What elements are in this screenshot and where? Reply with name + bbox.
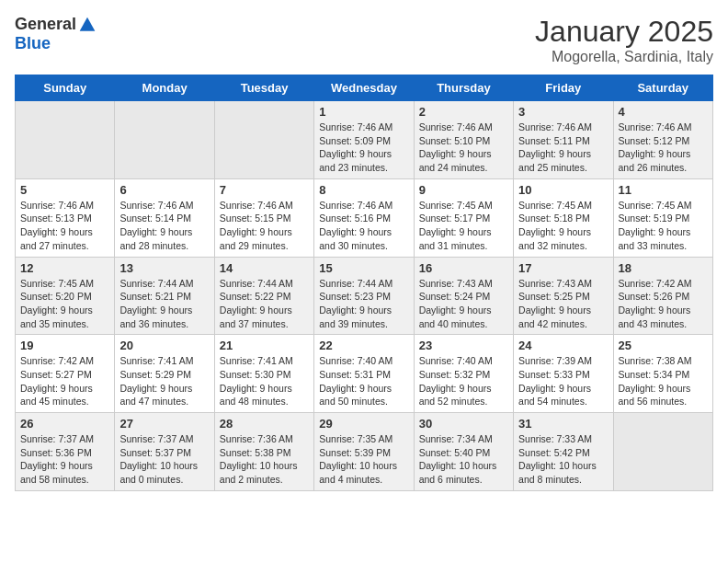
calendar-cell: 28Sunrise: 7:36 AMSunset: 5:38 PMDayligh…: [214, 413, 313, 491]
calendar-cell: 12Sunrise: 7:45 AMSunset: 5:20 PMDayligh…: [16, 257, 115, 335]
calendar-cell: 8Sunrise: 7:46 AMSunset: 5:16 PMDaylight…: [314, 178, 414, 257]
calendar-week-row: 1Sunrise: 7:46 AMSunset: 5:09 PMDaylight…: [16, 101, 713, 179]
calendar-cell: 27Sunrise: 7:37 AMSunset: 5:37 PMDayligh…: [115, 413, 214, 491]
calendar-cell: 26Sunrise: 7:37 AMSunset: 5:36 PMDayligh…: [16, 413, 115, 491]
day-info: Sunrise: 7:35 AMSunset: 5:39 PMDaylight:…: [319, 432, 408, 487]
calendar-cell: 24Sunrise: 7:39 AMSunset: 5:33 PMDayligh…: [514, 335, 613, 413]
calendar-cell: 2Sunrise: 7:46 AMSunset: 5:10 PMDaylight…: [414, 101, 513, 179]
header-monday: Monday: [115, 75, 214, 101]
day-number: 17: [518, 261, 608, 275]
day-info: Sunrise: 7:46 AMSunset: 5:15 PMDaylight:…: [220, 199, 309, 253]
calendar-cell: [115, 101, 214, 179]
day-info: Sunrise: 7:46 AMSunset: 5:09 PMDaylight:…: [319, 121, 408, 175]
day-info: Sunrise: 7:45 AMSunset: 5:20 PMDaylight:…: [20, 277, 109, 331]
title-section: January 2025 Mogorella, Sardinia, Italy: [535, 15, 713, 65]
day-number: 5: [20, 183, 109, 197]
calendar-cell: 20Sunrise: 7:41 AMSunset: 5:29 PMDayligh…: [115, 335, 214, 413]
day-info: Sunrise: 7:40 AMSunset: 5:32 PMDaylight:…: [419, 354, 508, 408]
day-info: Sunrise: 7:36 AMSunset: 5:38 PMDaylight:…: [220, 432, 309, 487]
day-info: Sunrise: 7:41 AMSunset: 5:29 PMDaylight:…: [119, 354, 209, 408]
day-number: 21: [220, 339, 309, 352]
day-number: 9: [419, 183, 508, 197]
calendar-week-row: 19Sunrise: 7:42 AMSunset: 5:27 PMDayligh…: [16, 335, 713, 413]
day-number: 18: [619, 261, 708, 275]
day-number: 10: [518, 183, 608, 197]
day-info: Sunrise: 7:33 AMSunset: 5:42 PMDaylight:…: [518, 432, 608, 487]
header-sunday: Sunday: [16, 75, 115, 101]
day-info: Sunrise: 7:38 AMSunset: 5:34 PMDaylight:…: [619, 354, 708, 408]
calendar-cell: 1Sunrise: 7:46 AMSunset: 5:09 PMDaylight…: [314, 101, 414, 179]
header-saturday: Saturday: [613, 75, 712, 101]
calendar-cell: 22Sunrise: 7:40 AMSunset: 5:31 PMDayligh…: [314, 335, 414, 413]
day-info: Sunrise: 7:43 AMSunset: 5:24 PMDaylight:…: [419, 277, 508, 331]
calendar-cell: 3Sunrise: 7:46 AMSunset: 5:11 PMDaylight…: [514, 101, 613, 179]
day-number: 26: [20, 417, 109, 431]
day-number: 4: [619, 105, 708, 119]
day-info: Sunrise: 7:43 AMSunset: 5:25 PMDaylight:…: [518, 277, 608, 331]
day-info: Sunrise: 7:41 AMSunset: 5:30 PMDaylight:…: [220, 354, 309, 408]
calendar-cell: 30Sunrise: 7:34 AMSunset: 5:40 PMDayligh…: [414, 413, 513, 491]
header-wednesday: Wednesday: [314, 75, 414, 101]
day-number: 28: [220, 417, 309, 431]
calendar-cell: 9Sunrise: 7:45 AMSunset: 5:17 PMDaylight…: [414, 178, 513, 257]
day-number: 22: [319, 339, 408, 352]
logo: General Blue: [15, 15, 97, 53]
day-info: Sunrise: 7:44 AMSunset: 5:22 PMDaylight:…: [220, 277, 309, 331]
calendar-week-row: 26Sunrise: 7:37 AMSunset: 5:36 PMDayligh…: [16, 413, 713, 491]
calendar-cell: 4Sunrise: 7:46 AMSunset: 5:12 PMDaylight…: [613, 101, 712, 179]
day-info: Sunrise: 7:45 AMSunset: 5:18 PMDaylight:…: [518, 199, 608, 253]
logo-blue-text: Blue: [15, 34, 51, 53]
day-number: 25: [619, 339, 708, 352]
calendar-cell: [613, 413, 712, 491]
day-number: 11: [619, 183, 708, 197]
day-info: Sunrise: 7:42 AMSunset: 5:27 PMDaylight:…: [20, 354, 109, 408]
weekday-header-row: Sunday Monday Tuesday Wednesday Thursday…: [16, 75, 713, 101]
day-number: 15: [319, 261, 408, 275]
header-thursday: Thursday: [414, 75, 513, 101]
day-info: Sunrise: 7:39 AMSunset: 5:33 PMDaylight:…: [518, 354, 608, 408]
calendar-cell: 13Sunrise: 7:44 AMSunset: 5:21 PMDayligh…: [115, 257, 214, 335]
day-number: 3: [518, 105, 608, 119]
header-friday: Friday: [514, 75, 613, 101]
day-number: 29: [319, 417, 408, 431]
day-info: Sunrise: 7:46 AMSunset: 5:11 PMDaylight:…: [518, 121, 608, 175]
page-header: General Blue January 2025 Mogorella, Sar…: [15, 15, 713, 65]
calendar-subtitle: Mogorella, Sardinia, Italy: [535, 49, 713, 65]
day-number: 31: [518, 417, 608, 431]
calendar-cell: 14Sunrise: 7:44 AMSunset: 5:22 PMDayligh…: [214, 257, 313, 335]
day-info: Sunrise: 7:37 AMSunset: 5:37 PMDaylight:…: [119, 432, 209, 487]
calendar-cell: 6Sunrise: 7:46 AMSunset: 5:14 PMDaylight…: [115, 178, 214, 257]
calendar-cell: [214, 101, 313, 179]
calendar-cell: 23Sunrise: 7:40 AMSunset: 5:32 PMDayligh…: [414, 335, 513, 413]
calendar-cell: 7Sunrise: 7:46 AMSunset: 5:15 PMDaylight…: [214, 178, 313, 257]
day-info: Sunrise: 7:44 AMSunset: 5:21 PMDaylight:…: [119, 277, 209, 331]
day-info: Sunrise: 7:45 AMSunset: 5:17 PMDaylight:…: [419, 199, 508, 253]
day-number: 24: [518, 339, 608, 352]
calendar-cell: 15Sunrise: 7:44 AMSunset: 5:23 PMDayligh…: [314, 257, 414, 335]
logo-general-text: General: [15, 15, 76, 34]
day-number: 12: [20, 261, 109, 275]
calendar-cell: 16Sunrise: 7:43 AMSunset: 5:24 PMDayligh…: [414, 257, 513, 335]
day-info: Sunrise: 7:37 AMSunset: 5:36 PMDaylight:…: [20, 432, 109, 487]
calendar-table: Sunday Monday Tuesday Wednesday Thursday…: [15, 75, 713, 491]
logo-icon: [78, 16, 97, 34]
calendar-cell: 5Sunrise: 7:46 AMSunset: 5:13 PMDaylight…: [16, 178, 115, 257]
calendar-cell: 10Sunrise: 7:45 AMSunset: 5:18 PMDayligh…: [514, 178, 613, 257]
day-number: 30: [419, 417, 508, 431]
calendar-cell: [16, 101, 115, 179]
calendar-cell: 17Sunrise: 7:43 AMSunset: 5:25 PMDayligh…: [514, 257, 613, 335]
day-number: 23: [419, 339, 508, 352]
day-info: Sunrise: 7:46 AMSunset: 5:16 PMDaylight:…: [319, 199, 408, 253]
day-info: Sunrise: 7:42 AMSunset: 5:26 PMDaylight:…: [619, 277, 708, 331]
calendar-cell: 25Sunrise: 7:38 AMSunset: 5:34 PMDayligh…: [613, 335, 712, 413]
day-number: 14: [220, 261, 309, 275]
day-info: Sunrise: 7:46 AMSunset: 5:13 PMDaylight:…: [20, 199, 109, 253]
calendar-cell: 18Sunrise: 7:42 AMSunset: 5:26 PMDayligh…: [613, 257, 712, 335]
day-number: 13: [119, 261, 209, 275]
calendar-cell: 19Sunrise: 7:42 AMSunset: 5:27 PMDayligh…: [16, 335, 115, 413]
day-info: Sunrise: 7:34 AMSunset: 5:40 PMDaylight:…: [419, 432, 508, 487]
calendar-week-row: 5Sunrise: 7:46 AMSunset: 5:13 PMDaylight…: [16, 178, 713, 257]
header-tuesday: Tuesday: [214, 75, 313, 101]
day-number: 1: [319, 105, 408, 119]
day-number: 2: [419, 105, 508, 119]
